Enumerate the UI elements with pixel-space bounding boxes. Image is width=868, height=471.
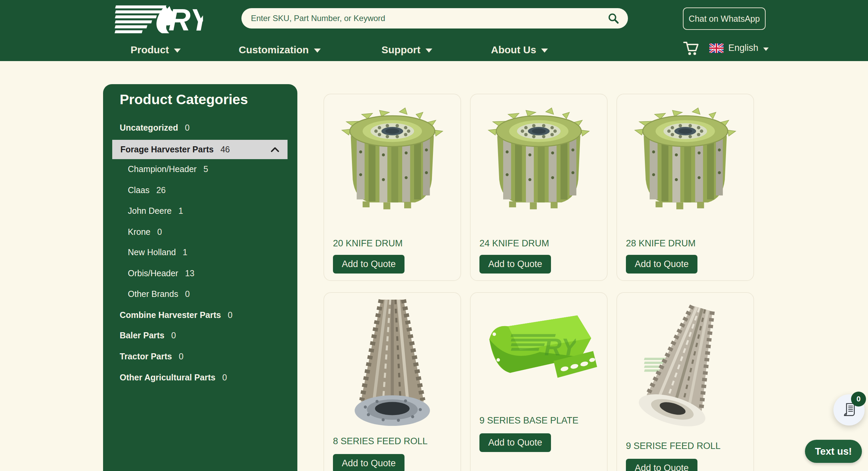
sidebar-item-tractor-parts[interactable]: Tractor Parts 0 (120, 352, 183, 361)
add-to-quote-button[interactable]: Add to Quote (333, 255, 405, 274)
sidebar-item-baler-parts[interactable]: Baler Parts 0 (120, 331, 176, 340)
uk-flag-icon (709, 43, 724, 53)
product-image-knife-drum[interactable] (629, 100, 741, 219)
category-count: 1 (183, 247, 188, 257)
product-title[interactable]: 24 KNIFE DRUM (479, 238, 549, 249)
product-card: 28 KNIFE DRUM Add to Quote (616, 94, 754, 281)
product-title[interactable]: 9 SERISE FEED ROLL (626, 441, 721, 451)
product-image-knife-drum[interactable] (483, 100, 595, 219)
product-title[interactable]: 20 KNIFE DRUM (333, 238, 403, 249)
product-card: 8 SERIES FEED ROLL Add to Quote (323, 292, 461, 471)
category-count: 13 (185, 268, 195, 278)
language-label: English (728, 43, 758, 53)
nav-item-about-us[interactable]: About Us (491, 44, 548, 56)
nav-item-customization[interactable]: Customization (239, 44, 321, 56)
category-count: 5 (203, 164, 208, 174)
chevron-down-icon (174, 49, 181, 53)
chevron-down-icon (314, 49, 321, 53)
sidebar-item-forage-harvester-parts[interactable]: Forage Harvester Parts 46 (112, 140, 288, 159)
sidebar-item-combine-harvester-parts[interactable]: Combine Harvester Parts 0 (120, 310, 233, 320)
whatsapp-chat-button[interactable]: Chat on WhatsApp (683, 7, 766, 30)
add-to-quote-button[interactable]: Add to Quote (479, 255, 551, 274)
brand-logo[interactable] (102, 5, 204, 35)
search-icon[interactable] (608, 13, 619, 24)
sidebar-item-krone[interactable]: Krone 0 (128, 227, 162, 237)
category-count: 0 (185, 123, 190, 133)
product-image-feed-roll[interactable] (341, 296, 443, 433)
product-card: 24 KNIFE DRUM Add to Quote (470, 94, 608, 281)
chevron-down-icon (763, 48, 769, 51)
category-count: 46 (220, 145, 230, 154)
nav-item-label: About Us (491, 44, 536, 56)
sidebar-item-other-agricultural-parts[interactable]: Other Agricultural Parts 0 (120, 373, 227, 382)
chevron-down-icon (541, 49, 548, 53)
category-count: 0 (157, 227, 162, 237)
quote-list-fab[interactable]: 0 (833, 394, 865, 426)
add-to-quote-button[interactable]: Add to Quote (626, 459, 697, 471)
text-us-button[interactable]: Text us! (805, 440, 862, 463)
category-count: 0 (228, 310, 233, 320)
product-card: 9 SERIES BASE PLATE Add to Quote (470, 292, 608, 471)
nav-item-support[interactable]: Support (381, 44, 432, 56)
sidebar-item-uncategorized[interactable]: Uncategorized 0 (120, 123, 190, 133)
nav-item-label: Support (381, 44, 420, 56)
product-title[interactable]: 8 SERIES FEED ROLL (333, 436, 428, 447)
product-categories-sidebar: Product Categories Uncategorized 0 Forag… (103, 84, 297, 471)
category-count: 0 (222, 373, 227, 382)
nav-item-product[interactable]: Product (131, 44, 181, 56)
sidebar-item-orbis-header[interactable]: Orbis/Header 13 (128, 268, 194, 278)
product-image-feed-roll[interactable] (633, 295, 738, 441)
product-card: 9 SERISE FEED ROLL Add to Quote (616, 292, 754, 471)
search-bar (241, 8, 628, 29)
quote-count-badge: 0 (851, 392, 866, 407)
category-count: 1 (178, 206, 183, 216)
category-count: 26 (156, 185, 166, 195)
nav-item-label: Customization (239, 44, 309, 56)
product-image-knife-drum[interactable] (336, 100, 448, 219)
product-title[interactable]: 9 SERIES BASE PLATE (479, 415, 578, 426)
search-input[interactable] (250, 13, 608, 23)
sidebar-item-john-deere[interactable]: John Deere 1 (128, 206, 183, 216)
category-count: 0 (179, 352, 183, 361)
chevron-down-icon (426, 49, 432, 53)
product-card: 20 KNIFE DRUM Add to Quote (323, 94, 461, 281)
sidebar-item-champion-header[interactable]: Champion/Header 5 (128, 164, 208, 174)
nav-item-label: Product (131, 44, 169, 56)
add-to-quote-button[interactable]: Add to Quote (479, 433, 551, 452)
chevron-up-icon (271, 147, 279, 153)
category-count: 0 (185, 289, 190, 299)
sidebar-item-other-brands[interactable]: Other Brands 0 (128, 289, 190, 299)
product-image-base-plate[interactable] (479, 308, 598, 393)
add-to-quote-button[interactable]: Add to Quote (626, 255, 697, 274)
sidebar-item-claas[interactable]: Claas 26 (128, 185, 166, 195)
product-title[interactable]: 28 KNIFE DRUM (626, 238, 696, 249)
add-to-quote-button[interactable]: Add to Quote (333, 454, 405, 471)
sidebar-item-new-holland[interactable]: New Holland 1 (128, 247, 188, 257)
header: Chat on WhatsApp Product Customization S… (0, 0, 868, 61)
sidebar-title: Product Categories (120, 92, 248, 108)
cart-icon[interactable] (683, 40, 699, 56)
category-count: 0 (171, 331, 176, 340)
language-selector[interactable]: English (709, 43, 769, 53)
